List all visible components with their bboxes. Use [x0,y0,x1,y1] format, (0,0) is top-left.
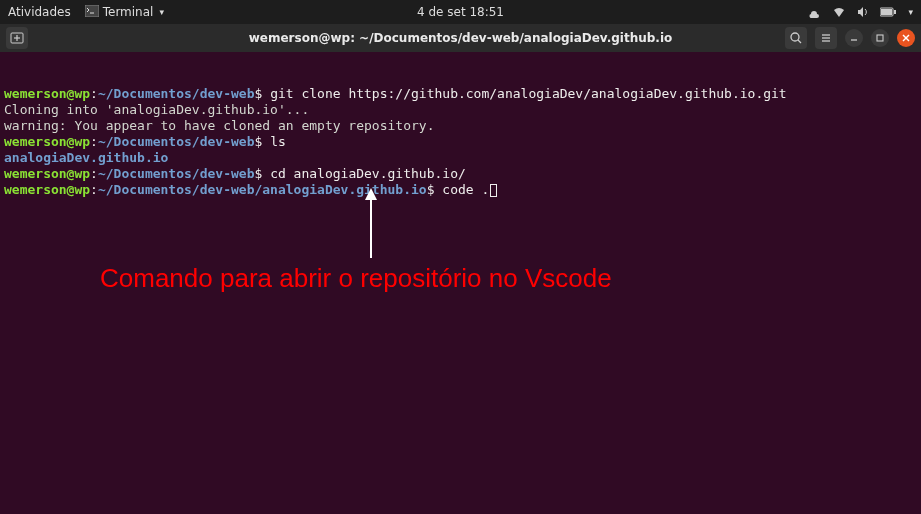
annotation-arrow-icon [362,188,380,258]
terminal-line: analogiaDev.github.io [4,150,917,166]
app-menu[interactable]: Terminal ▾ [85,5,164,20]
svg-rect-0 [85,5,99,17]
chevron-down-icon: ▾ [159,7,164,17]
terminal-body[interactable]: wemerson@wp:~/Documentos/dev-web$ git cl… [0,52,921,514]
minimize-button[interactable] [845,29,863,47]
svg-point-8 [791,33,799,41]
gnome-top-bar: Atividades Terminal ▾ 4 de set 18:51 ▾ [0,0,921,24]
clock[interactable]: 4 de set 18:51 [417,5,504,19]
app-menu-label: Terminal [103,5,154,19]
terminal-line: warning: You appear to have cloned an em… [4,118,917,134]
svg-rect-4 [894,10,896,14]
terminal-line: wemerson@wp:~/Documentos/dev-web$ ls [4,134,917,150]
search-button[interactable] [785,27,807,49]
window-title: wemerson@wp: ~/Documentos/dev-web/analog… [249,31,673,45]
terminal-line: wemerson@wp:~/Documentos/dev-web$ cd ana… [4,166,917,182]
network-icon[interactable] [832,5,846,19]
terminal-line: wemerson@wp:~/Documentos/dev-web/analogi… [4,182,917,198]
svg-rect-3 [881,9,892,15]
svg-rect-14 [877,35,883,41]
volume-icon[interactable] [856,5,870,19]
system-tray: ▾ [808,5,913,19]
terminal-icon [85,5,99,20]
cursor [490,184,497,197]
system-menu-caret-icon[interactable]: ▾ [908,7,913,17]
terminal-line: Cloning into 'analogiaDev.github.io'... [4,102,917,118]
new-tab-button[interactable] [6,27,28,49]
terminal-output: wemerson@wp:~/Documentos/dev-web$ git cl… [4,86,917,198]
svg-line-9 [798,40,801,43]
svg-marker-18 [365,188,377,200]
annotation-text: Comando para abrir o repositório no Vsco… [100,270,612,286]
close-button[interactable] [897,29,915,47]
window-titlebar: wemerson@wp: ~/Documentos/dev-web/analog… [0,24,921,52]
hamburger-menu-button[interactable] [815,27,837,49]
maximize-button[interactable] [871,29,889,47]
terminal-line: wemerson@wp:~/Documentos/dev-web$ git cl… [4,86,917,102]
activities-button[interactable]: Atividades [8,5,71,19]
battery-icon[interactable] [880,7,896,17]
topbar-left: Atividades Terminal ▾ [8,5,164,20]
weather-icon[interactable] [808,5,822,19]
